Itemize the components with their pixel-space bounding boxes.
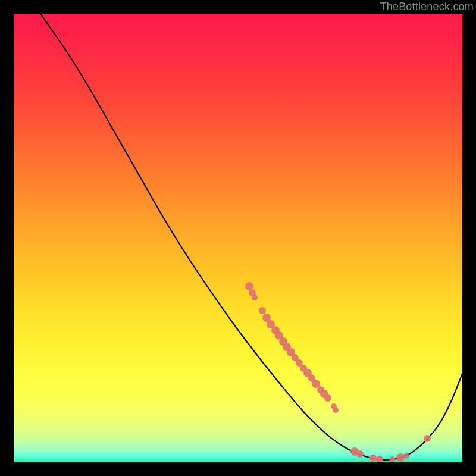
data-point	[369, 455, 377, 462]
attribution-label: TheBottleneck.com	[380, 1, 474, 13]
data-point	[252, 295, 258, 300]
data-point	[245, 282, 253, 290]
data-point	[324, 394, 331, 402]
data-point	[376, 456, 383, 462]
chart-frame	[14, 14, 462, 462]
data-point	[403, 453, 409, 459]
data-point	[389, 456, 395, 462]
data-point	[259, 307, 266, 314]
data-point	[396, 453, 405, 462]
data-point	[424, 435, 431, 442]
bottleneck-curve	[14, 14, 462, 462]
data-point	[333, 407, 339, 413]
data-point	[356, 450, 364, 458]
